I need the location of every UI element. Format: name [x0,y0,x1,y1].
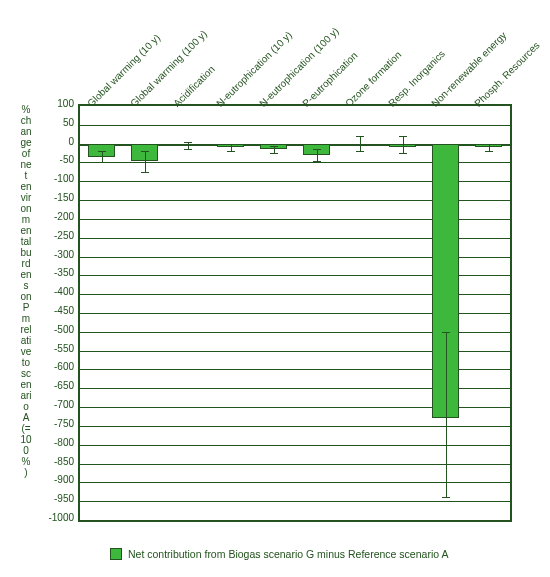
error-cap [485,151,493,152]
error-cap [184,142,192,143]
error-bar [317,149,318,160]
category-label: Global warming (100 y) [128,28,209,109]
error-cap [399,136,407,137]
y-axis-label: % change of net environmental burdens on… [20,104,32,478]
y-tick-label: -900 [44,474,74,485]
y-tick-label: -650 [44,380,74,391]
error-cap [313,161,321,162]
legend-text: Net contribution from Biogas scenario G … [128,548,448,560]
error-cap [184,149,192,150]
error-cap [442,497,450,498]
category-label: Non-renewable energy [429,30,508,109]
error-cap [98,162,106,163]
y-tick-label: -250 [44,230,74,241]
y-tick-label: 50 [44,117,74,128]
category-label: N-eutrophication (10 y) [214,29,294,109]
legend: Net contribution from Biogas scenario G … [110,548,448,560]
y-tick-label: -750 [44,418,74,429]
gridline [80,501,510,502]
error-bar [231,144,232,151]
error-bar [489,144,490,151]
error-cap [227,144,235,145]
y-tick-label: -150 [44,192,74,203]
error-cap [270,146,278,147]
error-cap [270,153,278,154]
error-cap [485,144,493,145]
y-tick-label: -550 [44,343,74,354]
error-bar [274,146,275,154]
y-tick-label: -100 [44,173,74,184]
y-tick-label: 100 [44,98,74,109]
error-cap [141,151,149,152]
error-bar [403,136,404,153]
y-tick-label: -850 [44,456,74,467]
y-tick-label: -200 [44,211,74,222]
y-tick-label: -500 [44,324,74,335]
error-bar [102,151,103,162]
error-cap [442,332,450,333]
error-cap [356,136,364,137]
error-bar [145,151,146,172]
y-tick-label: 0 [44,136,74,147]
y-tick-label: -700 [44,399,74,410]
error-cap [313,149,321,150]
category-label: Global warming (10 y) [85,32,162,109]
plot-area [78,104,512,522]
y-tick-label: -400 [44,286,74,297]
error-cap [227,151,235,152]
y-tick-label: -600 [44,361,74,372]
y-tick-label: -950 [44,493,74,504]
y-tick-label: -50 [44,154,74,165]
y-tick-label: -800 [44,437,74,448]
category-label: N-eutrophication (100 y) [257,25,341,109]
y-tick-label: -300 [44,249,74,260]
y-tick-label: -350 [44,267,74,278]
error-cap [98,151,106,152]
error-cap [141,172,149,173]
error-bar [360,136,361,151]
legend-swatch [110,548,122,560]
gridline [80,125,510,126]
error-cap [399,153,407,154]
error-bar [446,332,447,498]
y-tick-label: -450 [44,305,74,316]
category-label: Acidification [171,63,217,109]
error-cap [356,151,364,152]
error-bar [188,142,189,150]
y-tick-label: -1000 [44,512,74,523]
